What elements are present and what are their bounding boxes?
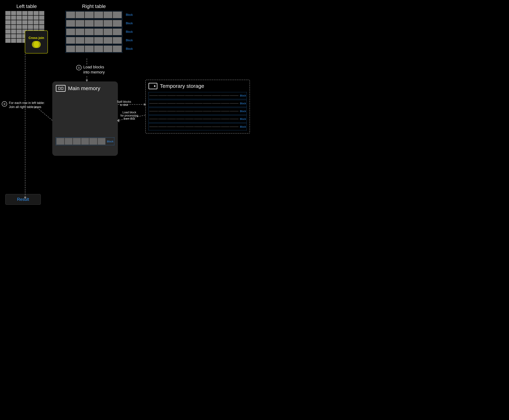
main-memory-header: Main memory <box>56 85 114 92</box>
grid-cell <box>5 39 11 43</box>
memory-cell <box>98 138 106 145</box>
grid-cell <box>28 20 33 24</box>
temp-block-label: Block <box>239 102 246 105</box>
block-label: Block <box>126 13 133 16</box>
grid-cell <box>16 39 22 43</box>
load-label: Load block <box>123 111 136 114</box>
grid-cell <box>22 15 27 20</box>
grid-cell <box>94 45 103 52</box>
venn-circle-right <box>34 41 41 48</box>
monitor-icon <box>148 83 157 89</box>
grid-cell <box>11 11 16 15</box>
grid-cell <box>85 20 94 27</box>
result-label: Result <box>17 197 29 202</box>
load-label2: for processing <box>121 114 139 117</box>
grid-cell <box>16 20 22 24</box>
grid-cell <box>5 34 11 38</box>
load-label3: from disk <box>124 117 135 120</box>
grid-cell <box>94 37 103 44</box>
grid-cell <box>85 37 94 44</box>
grid-cell <box>11 39 16 43</box>
left-table-title: Left table <box>5 4 48 9</box>
grid-cell <box>39 20 44 24</box>
temp-block-label: Block <box>239 118 246 120</box>
right-grid-row: Block <box>66 11 122 19</box>
grid-cell <box>66 12 75 18</box>
grid-cell <box>16 15 22 20</box>
grid-cell <box>39 15 44 20</box>
grid-cell <box>76 12 85 18</box>
grid-cell <box>94 12 103 18</box>
right-table-grid: Block Block Block Block Block <box>66 11 122 53</box>
temp-storage-header: Temporary storage <box>148 83 247 89</box>
grid-cell <box>22 25 27 29</box>
grid-cell <box>103 29 113 35</box>
grid-cell <box>85 29 94 35</box>
grid-cell <box>33 15 39 20</box>
grid-cell <box>11 34 16 38</box>
memory-cell <box>56 138 64 145</box>
grid-cell <box>66 45 75 52</box>
left-table-section: Left table Cross join <box>5 4 48 43</box>
grid-cell <box>22 20 27 24</box>
grid-cell <box>103 45 113 52</box>
monitor-dot <box>154 85 155 87</box>
right-grid-row: Block <box>66 28 122 36</box>
grid-cell <box>85 45 94 52</box>
temp-storage-title: Temporary storage <box>160 83 204 89</box>
grid-cell <box>5 20 11 24</box>
grid-cell <box>11 25 16 29</box>
grid-cell <box>103 20 113 27</box>
grid-cell <box>22 11 27 15</box>
grid-cell <box>103 12 113 18</box>
temp-storage-box: Temporary storage Block Block <box>145 80 250 134</box>
grid-cell <box>94 20 103 27</box>
step2-circle: ② <box>2 101 7 107</box>
grid-cell <box>5 15 11 20</box>
grid-cell <box>11 15 16 20</box>
grid-cell <box>76 45 85 52</box>
diagram-container: Left table Cross join <box>0 0 254 210</box>
memory-block-row: Block <box>56 137 114 145</box>
grid-cell <box>76 29 85 35</box>
cross-join-label: Cross join <box>29 36 44 40</box>
grid-cell <box>94 29 103 35</box>
step2-text: For each row in left table:Join all righ… <box>9 101 45 109</box>
main-memory-title: Main memory <box>68 85 100 91</box>
grid-cell <box>28 25 33 29</box>
step1-text: Load blocksinto memory <box>83 65 105 75</box>
grid-cell <box>76 20 85 27</box>
grid-cell <box>33 11 39 15</box>
step1-number: ① <box>78 66 80 69</box>
grid-cell <box>66 29 75 35</box>
grid-cell <box>16 25 22 29</box>
memory-cell <box>89 138 97 145</box>
spill-label: Spill blocks <box>117 100 131 103</box>
grid-cell <box>5 29 11 34</box>
grid-cell <box>16 11 22 15</box>
cross-join-box: Cross join <box>25 30 48 53</box>
right-table-title: Right table <box>66 4 122 9</box>
step1-label: ① Load blocksinto memory <box>76 65 105 75</box>
right-grid-row: Block <box>66 37 122 44</box>
right-table-section: Right table Block Block Block Block <box>66 4 122 53</box>
grid-cell <box>113 12 122 18</box>
grid-cell <box>113 20 122 27</box>
grid-cell <box>28 11 33 15</box>
right-grid-row: Block <box>66 20 122 27</box>
grid-cell <box>33 25 39 29</box>
spill-label2: to disk <box>120 103 128 106</box>
grid-cell <box>113 45 122 52</box>
grid-cell <box>16 34 22 38</box>
temp-storage-section: Temporary storage Block Block <box>145 80 252 134</box>
grid-cell <box>103 37 113 44</box>
grid-cell <box>11 29 16 34</box>
grid-cell <box>66 20 75 27</box>
venn-icon <box>32 41 41 48</box>
grid-cell <box>5 11 11 15</box>
step1-circle: ① <box>76 65 82 70</box>
block-label: Block <box>126 47 133 51</box>
grid-cell <box>16 29 22 34</box>
memory-cell <box>73 138 81 145</box>
grid-cell <box>66 37 75 44</box>
